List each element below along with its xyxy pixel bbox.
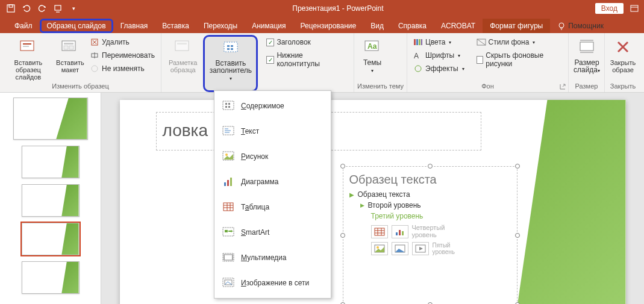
checkbox-unchecked-icon <box>477 56 484 64</box>
tab-transitions[interactable]: Переходы <box>196 19 245 33</box>
insert-table-icon[interactable] <box>371 225 388 238</box>
title-bar: ▾ Презентация1 - PowerPoint Вход <box>0 0 644 17</box>
thumb-layout-1[interactable] <box>22 146 80 178</box>
thumb-layout-3[interactable] <box>22 223 80 255</box>
svg-rect-34 <box>399 230 401 235</box>
insert-chart-icon[interactable] <box>392 225 408 238</box>
fonts-icon: A <box>413 51 423 60</box>
tab-help[interactable]: Справка <box>391 19 434 33</box>
close-icon <box>613 37 633 57</box>
start-from-beginning-icon[interactable] <box>51 2 65 15</box>
undo-icon[interactable] <box>19 2 34 15</box>
svg-point-4 <box>559 23 564 28</box>
signin-button[interactable]: Вход <box>595 3 624 14</box>
ditem-chart[interactable]: Диаграмма <box>214 169 331 194</box>
body-l4: Четвертый уровень <box>412 224 449 238</box>
ditem-online-image-label: Изображение в сети <box>241 279 309 287</box>
ditem-media[interactable]: Мультимедиа <box>214 245 331 270</box>
ditem-picture-label: Рисунок <box>241 152 268 161</box>
svg-rect-2 <box>55 5 61 10</box>
group-label-size: Размер <box>569 81 604 91</box>
thumb-master[interactable] <box>13 98 88 140</box>
group-edit-theme: Aa Темы▾ Изменить тему <box>354 33 407 92</box>
master-layout-icon <box>174 37 193 57</box>
tab-insert[interactable]: Вставка <box>155 19 196 33</box>
slide-master-icon <box>19 37 38 57</box>
colors-icon <box>413 37 423 47</box>
thumb-layout-2[interactable] <box>22 184 80 217</box>
redo-icon[interactable] <box>35 2 49 15</box>
tab-view[interactable]: Вид <box>363 19 391 33</box>
tab-format-shape[interactable]: Формат фигуры <box>483 19 550 33</box>
title-checkbox[interactable]: Заголовок <box>264 36 350 48</box>
tab-file[interactable]: Файл <box>7 19 40 33</box>
tab-tell-me[interactable]: Помощник <box>550 19 611 33</box>
group-edit-master: Вставить образец слайдов Вставить макет … <box>0 33 161 92</box>
svg-rect-24 <box>414 39 416 45</box>
delete-icon <box>90 37 99 47</box>
insert-online-picture-icon[interactable] <box>392 242 408 255</box>
colors-button[interactable]: Цвета▾ <box>411 36 467 48</box>
group-background: Цвета▾ AШрифты▾ Эффекты▾ Стили фона▾ Скр… <box>407 33 569 92</box>
checkbox-checked-icon <box>266 39 274 46</box>
insert-placeholder-button[interactable]: Вставить заполнитель ▾ <box>203 35 258 92</box>
svg-point-14 <box>92 66 98 72</box>
svg-text:A: A <box>414 52 419 60</box>
tab-slide-master[interactable]: Образец слайдов <box>40 19 113 33</box>
svg-rect-27 <box>421 39 422 45</box>
ditem-table[interactable]: Таблица <box>214 194 331 220</box>
checkbox-checked-icon <box>266 56 274 64</box>
rename-button[interactable]: Переименовать <box>87 49 157 61</box>
tab-review[interactable]: Рецензирование <box>293 19 364 33</box>
hide-background-checkbox[interactable]: Скрыть фоновые рисунки <box>474 49 564 70</box>
ditem-text[interactable]: Текст <box>214 119 331 144</box>
tab-acrobat[interactable]: ACROBAT <box>434 19 483 33</box>
effects-button[interactable]: Эффекты▾ <box>411 63 467 75</box>
slide-canvas[interactable]: ловка Образец текста Образец текста Втор… <box>101 93 644 304</box>
thumbnail-pane[interactable] <box>0 93 101 304</box>
ditem-chart-label: Диаграмма <box>241 178 278 186</box>
svg-rect-1 <box>9 5 13 7</box>
ditem-online-image[interactable]: Изображение в сети <box>214 270 331 296</box>
bg-styles-icon <box>477 37 486 47</box>
smartart-icon <box>222 226 235 239</box>
ditem-smartart[interactable]: SmartArt <box>214 220 331 245</box>
ditem-content[interactable]: ССодержимоеодержимое <box>214 93 331 119</box>
svg-point-47 <box>225 154 228 156</box>
fonts-button[interactable]: AШрифты▾ <box>411 49 467 61</box>
svg-rect-43 <box>225 106 227 108</box>
ribbon-display-options-icon[interactable] <box>628 2 640 14</box>
svg-rect-11 <box>69 46 73 49</box>
qat-customize-icon[interactable]: ▾ <box>66 2 81 15</box>
svg-rect-50 <box>230 178 232 186</box>
content-placeholder[interactable]: Образец текста Образец текста Второй уро… <box>343 166 517 304</box>
ribbon-tabs: Файл Образец слайдов Главная Вставка Пер… <box>0 17 644 33</box>
quick-access-toolbar: ▾ <box>4 2 81 15</box>
svg-rect-31 <box>580 42 593 51</box>
svg-rect-0 <box>7 5 14 12</box>
tab-animation[interactable]: Анимация <box>245 19 293 33</box>
thumb-layout-4[interactable] <box>22 261 80 294</box>
slide: ловка Образец текста Образец текста Втор… <box>120 100 626 304</box>
body-l5: Пятый уровень <box>433 242 455 255</box>
insert-picture-icon[interactable] <box>371 242 388 255</box>
insert-placeholder-dropdown: ССодержимоеодержимое Текст Рисунок Диагр… <box>214 90 331 299</box>
delete-button[interactable]: Удалить <box>87 36 157 48</box>
svg-rect-51 <box>224 203 233 211</box>
background-styles-button[interactable]: Стили фона▾ <box>474 36 564 48</box>
placeholder-icon <box>221 38 240 57</box>
svg-point-37 <box>377 246 379 249</box>
content-icon <box>222 99 235 113</box>
insert-video-icon[interactable] <box>412 242 429 255</box>
svg-rect-49 <box>227 180 229 186</box>
svg-rect-18 <box>227 45 230 47</box>
tab-home[interactable]: Главная <box>113 19 155 33</box>
save-icon[interactable] <box>4 2 18 15</box>
footers-checkbox[interactable]: Нижние колонтитулы <box>264 49 350 70</box>
ditem-picture[interactable]: Рисунок <box>214 144 331 169</box>
background-launcher-icon[interactable] <box>558 82 567 91</box>
svg-text:Aa: Aa <box>367 42 377 51</box>
ditem-table-label: Таблица <box>241 203 269 211</box>
group-label-background: Фон <box>407 81 568 91</box>
svg-rect-44 <box>228 106 230 108</box>
